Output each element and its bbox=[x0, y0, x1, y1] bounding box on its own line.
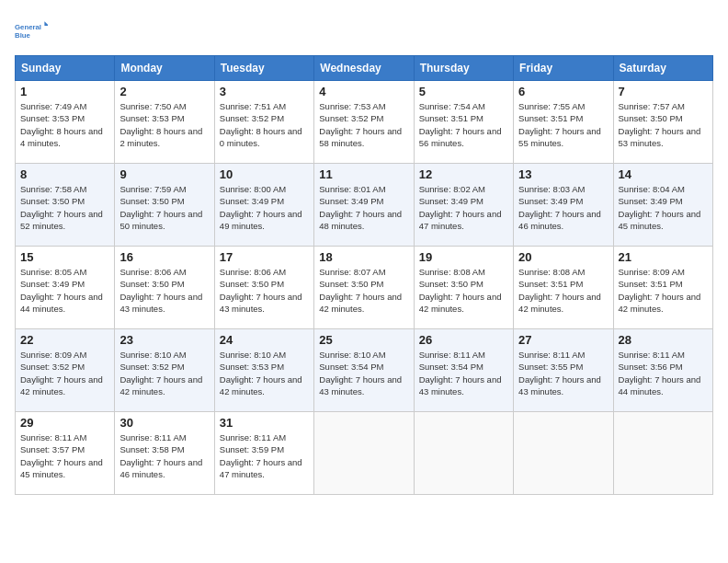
day-number: 30 bbox=[119, 416, 209, 430]
calendar-cell: 6 Sunrise: 7:55 AMSunset: 3:51 PMDayligh… bbox=[514, 81, 613, 164]
calendar-cell: 19 Sunrise: 8:08 AMSunset: 3:50 PMDaylig… bbox=[414, 247, 513, 329]
week-row-5: 29 Sunrise: 8:11 AMSunset: 3:57 PMDaylig… bbox=[16, 412, 713, 495]
calendar-cell: 27 Sunrise: 8:11 AMSunset: 3:55 PMDaylig… bbox=[514, 329, 613, 412]
day-info: Sunrise: 8:07 AMSunset: 3:50 PMDaylight:… bbox=[319, 266, 408, 315]
calendar-cell: 14 Sunrise: 8:04 AMSunset: 3:49 PMDaylig… bbox=[613, 164, 712, 247]
calendar-cell: 11 Sunrise: 8:01 AMSunset: 3:49 PMDaylig… bbox=[314, 164, 414, 247]
day-number: 29 bbox=[20, 416, 109, 430]
weekday-header-row: SundayMondayTuesdayWednesdayThursdayFrid… bbox=[16, 56, 713, 81]
day-number: 16 bbox=[119, 250, 209, 264]
day-number: 22 bbox=[20, 333, 109, 347]
week-row-1: 1 Sunrise: 7:49 AMSunset: 3:53 PMDayligh… bbox=[16, 81, 713, 164]
day-info: Sunrise: 7:49 AMSunset: 3:53 PMDaylight:… bbox=[20, 100, 109, 149]
day-number: 15 bbox=[20, 250, 109, 264]
day-info: Sunrise: 8:11 AMSunset: 3:58 PMDaylight:… bbox=[119, 431, 209, 480]
day-info: Sunrise: 8:08 AMSunset: 3:50 PMDaylight:… bbox=[419, 266, 508, 315]
week-row-2: 8 Sunrise: 7:58 AMSunset: 3:50 PMDayligh… bbox=[16, 164, 713, 247]
day-number: 8 bbox=[20, 167, 109, 181]
day-info: Sunrise: 8:10 AMSunset: 3:54 PMDaylight:… bbox=[319, 349, 408, 397]
calendar-cell: 9 Sunrise: 7:59 AMSunset: 3:50 PMDayligh… bbox=[115, 164, 214, 247]
day-info: Sunrise: 8:11 AMSunset: 3:54 PMDaylight:… bbox=[419, 349, 508, 397]
day-number: 21 bbox=[619, 250, 708, 264]
svg-text:Blue: Blue bbox=[15, 31, 31, 40]
calendar-cell: 31 Sunrise: 8:11 AMSunset: 3:59 PMDaylig… bbox=[214, 412, 313, 495]
calendar-cell: 18 Sunrise: 8:07 AMSunset: 3:50 PMDaylig… bbox=[314, 247, 414, 329]
weekday-header-wednesday: Wednesday bbox=[314, 56, 414, 81]
day-number: 14 bbox=[619, 167, 708, 181]
day-info: Sunrise: 8:10 AMSunset: 3:52 PMDaylight:… bbox=[119, 349, 209, 397]
page-header: General Blue bbox=[15, 15, 713, 48]
weekday-header-saturday: Saturday bbox=[613, 56, 712, 81]
calendar-cell: 7 Sunrise: 7:57 AMSunset: 3:50 PMDayligh… bbox=[613, 81, 712, 164]
calendar-cell: 12 Sunrise: 8:02 AMSunset: 3:49 PMDaylig… bbox=[414, 164, 513, 247]
day-info: Sunrise: 7:51 AMSunset: 3:52 PMDaylight:… bbox=[220, 100, 309, 149]
calendar-cell: 4 Sunrise: 7:53 AMSunset: 3:52 PMDayligh… bbox=[314, 81, 414, 164]
calendar-cell: 24 Sunrise: 8:10 AMSunset: 3:53 PMDaylig… bbox=[214, 329, 313, 412]
day-info: Sunrise: 8:00 AMSunset: 3:49 PMDaylight:… bbox=[220, 183, 309, 232]
day-info: Sunrise: 8:10 AMSunset: 3:53 PMDaylight:… bbox=[220, 349, 309, 397]
calendar-cell: 20 Sunrise: 8:08 AMSunset: 3:51 PMDaylig… bbox=[514, 247, 613, 329]
calendar-cell: 3 Sunrise: 7:51 AMSunset: 3:52 PMDayligh… bbox=[214, 81, 313, 164]
weekday-header-tuesday: Tuesday bbox=[214, 56, 313, 81]
day-info: Sunrise: 7:50 AMSunset: 3:53 PMDaylight:… bbox=[119, 100, 209, 149]
calendar-cell: 2 Sunrise: 7:50 AMSunset: 3:53 PMDayligh… bbox=[115, 81, 214, 164]
day-number: 5 bbox=[419, 85, 508, 98]
calendar-cell bbox=[314, 412, 414, 495]
day-number: 13 bbox=[518, 167, 608, 181]
calendar-cell: 16 Sunrise: 8:06 AMSunset: 3:50 PMDaylig… bbox=[115, 247, 214, 329]
day-number: 3 bbox=[220, 85, 309, 98]
weekday-header-sunday: Sunday bbox=[16, 56, 115, 81]
day-info: Sunrise: 8:06 AMSunset: 3:50 PMDaylight:… bbox=[119, 266, 209, 315]
svg-text:General: General bbox=[15, 23, 41, 31]
day-number: 31 bbox=[220, 416, 309, 430]
day-number: 25 bbox=[319, 333, 408, 347]
day-number: 17 bbox=[220, 250, 309, 264]
day-info: Sunrise: 8:11 AMSunset: 3:57 PMDaylight:… bbox=[20, 431, 109, 480]
day-info: Sunrise: 7:54 AMSunset: 3:51 PMDaylight:… bbox=[419, 100, 508, 149]
calendar-cell: 22 Sunrise: 8:09 AMSunset: 3:52 PMDaylig… bbox=[16, 329, 115, 412]
day-info: Sunrise: 8:11 AMSunset: 3:59 PMDaylight:… bbox=[220, 431, 309, 480]
calendar-cell: 30 Sunrise: 8:11 AMSunset: 3:58 PMDaylig… bbox=[115, 412, 214, 495]
day-number: 18 bbox=[319, 250, 408, 264]
day-info: Sunrise: 8:02 AMSunset: 3:49 PMDaylight:… bbox=[419, 183, 508, 232]
svg-marker-2 bbox=[44, 21, 48, 26]
calendar-cell: 21 Sunrise: 8:09 AMSunset: 3:51 PMDaylig… bbox=[613, 247, 712, 329]
day-number: 24 bbox=[220, 333, 309, 347]
calendar-cell: 26 Sunrise: 8:11 AMSunset: 3:54 PMDaylig… bbox=[414, 329, 513, 412]
calendar-cell: 25 Sunrise: 8:10 AMSunset: 3:54 PMDaylig… bbox=[314, 329, 414, 412]
day-info: Sunrise: 8:04 AMSunset: 3:49 PMDaylight:… bbox=[619, 183, 708, 232]
day-number: 12 bbox=[419, 167, 508, 181]
day-number: 10 bbox=[220, 167, 309, 181]
calendar-table: SundayMondayTuesdayWednesdayThursdayFrid… bbox=[15, 55, 713, 495]
calendar-cell: 5 Sunrise: 7:54 AMSunset: 3:51 PMDayligh… bbox=[414, 81, 513, 164]
day-number: 20 bbox=[518, 250, 608, 264]
day-number: 1 bbox=[20, 85, 109, 98]
day-info: Sunrise: 7:59 AMSunset: 3:50 PMDaylight:… bbox=[119, 183, 209, 232]
day-number: 11 bbox=[319, 167, 408, 181]
day-info: Sunrise: 8:08 AMSunset: 3:51 PMDaylight:… bbox=[518, 266, 608, 315]
day-info: Sunrise: 7:58 AMSunset: 3:50 PMDaylight:… bbox=[20, 183, 109, 232]
day-number: 26 bbox=[419, 333, 508, 347]
day-info: Sunrise: 8:09 AMSunset: 3:52 PMDaylight:… bbox=[20, 349, 109, 397]
calendar-cell bbox=[613, 412, 712, 495]
weekday-header-thursday: Thursday bbox=[414, 56, 513, 81]
calendar-cell: 17 Sunrise: 8:06 AMSunset: 3:50 PMDaylig… bbox=[214, 247, 313, 329]
week-row-4: 22 Sunrise: 8:09 AMSunset: 3:52 PMDaylig… bbox=[16, 329, 713, 412]
calendar-cell bbox=[514, 412, 613, 495]
logo: General Blue bbox=[15, 15, 48, 48]
day-number: 9 bbox=[119, 167, 209, 181]
day-info: Sunrise: 8:05 AMSunset: 3:49 PMDaylight:… bbox=[20, 266, 109, 315]
calendar-cell bbox=[414, 412, 513, 495]
day-number: 27 bbox=[518, 333, 608, 347]
day-info: Sunrise: 8:11 AMSunset: 3:55 PMDaylight:… bbox=[518, 349, 608, 397]
day-info: Sunrise: 8:09 AMSunset: 3:51 PMDaylight:… bbox=[619, 266, 708, 315]
day-info: Sunrise: 8:11 AMSunset: 3:56 PMDaylight:… bbox=[619, 349, 708, 397]
calendar-cell: 1 Sunrise: 7:49 AMSunset: 3:53 PMDayligh… bbox=[16, 81, 115, 164]
calendar-cell: 15 Sunrise: 8:05 AMSunset: 3:49 PMDaylig… bbox=[16, 247, 115, 329]
day-info: Sunrise: 8:03 AMSunset: 3:49 PMDaylight:… bbox=[518, 183, 608, 232]
calendar-cell: 10 Sunrise: 8:00 AMSunset: 3:49 PMDaylig… bbox=[214, 164, 313, 247]
calendar-cell: 28 Sunrise: 8:11 AMSunset: 3:56 PMDaylig… bbox=[613, 329, 712, 412]
day-info: Sunrise: 8:01 AMSunset: 3:49 PMDaylight:… bbox=[319, 183, 408, 232]
day-info: Sunrise: 7:57 AMSunset: 3:50 PMDaylight:… bbox=[619, 100, 708, 149]
day-number: 7 bbox=[619, 85, 708, 98]
